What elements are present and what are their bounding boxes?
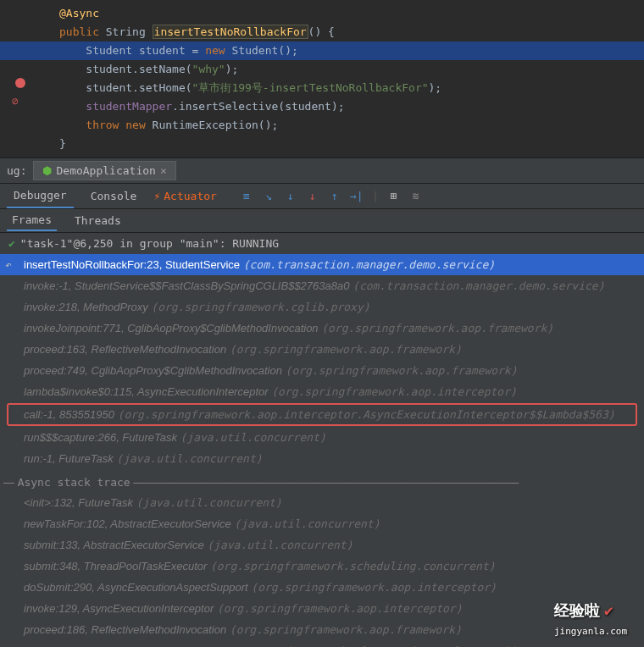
stack-frame[interactable]: invoke:129, AsyncExecutionInterceptor (o… [0,598,644,619]
stack-frame[interactable]: run:-1, FutureTask (java.util.concurrent… [0,448,644,469]
stack-frame[interactable]: submit:133, AbstractExecutorService (jav… [0,534,644,556]
check-icon: ✔ [8,237,15,250]
debug-config-bar: ug: ⬢ DemoApplication × [0,158,644,184]
stack-frame[interactable]: proceed:749, CglibAopProxy$CglibMethodIn… [0,360,644,381]
error-icon: ⊘ [12,95,19,108]
run-to-cursor-icon[interactable]: →| [350,190,364,203]
stack-frame[interactable]: invoke:-1, StudentService$$FastClassBySp… [0,275,644,296]
stack-frame[interactable]: <init>:132, FutureTask (java.util.concur… [0,492,644,513]
debug-tool-tabs: Debugger Console ⚡Actuator ≡ ↘ ↓ ↓ ↑ →| … [0,184,644,209]
evaluate-icon[interactable]: ⊞ [387,190,401,203]
tab-debugger[interactable]: Debugger [7,184,74,208]
stack-frame[interactable]: proceed:749, CglibAopProxy$CglibMethodIn… [0,640,644,647]
force-step-icon[interactable]: ↓ [306,190,319,203]
tab-frames[interactable]: Frames [7,210,57,231]
frames-list[interactable]: ↶insertTestNoRollbackFor:23, StudentServ… [0,254,644,647]
stack-frame[interactable]: doSubmit:290, AsyncExecutionAspectSuppor… [0,577,644,598]
tab-actuator[interactable]: ⚡Actuator [153,190,216,202]
actuator-icon: ⚡ [153,190,160,202]
annotation: @Async [59,7,99,19]
stack-frame[interactable]: proceed:163, ReflectiveMethodInvocation … [0,339,644,360]
stack-frame[interactable]: invokeJoinpoint:771, CglibAopProxy$Cglib… [0,318,644,339]
tab-threads[interactable]: Threads [69,211,126,230]
current-execution-line: Student student = new Student(); [0,41,644,60]
step-out-icon[interactable]: ↑ [328,190,341,203]
spring-boot-icon: ⬢ [42,164,52,177]
stack-frame[interactable]: lambda$invoke$0:115, AsyncExecutionInter… [0,381,644,402]
trace-icon[interactable]: ≋ [409,190,423,203]
run-config-tab[interactable]: ⬢ DemoApplication × [33,161,175,180]
stack-frame[interactable]: newTaskFor:102, AbstractExecutorService … [0,513,644,534]
restore-frame-icon[interactable]: ↶ [5,256,12,274]
stack-frame[interactable]: invoke:218, MethodProxy (org.springframe… [0,296,644,318]
stack-frame[interactable]: ↶insertTestNoRollbackFor:23, StudentServ… [0,254,644,275]
watermark: 经验啦 ✔ jingyanla.com [554,600,627,639]
step-into-deep-icon[interactable]: ↓ [284,190,297,203]
method-name: insertTestNoRollbackFor [153,25,308,39]
step-into-icon[interactable]: ↘ [262,190,275,203]
stack-frame[interactable]: proceed:186, ReflectiveMethodInvocation … [0,619,644,640]
stack-frame[interactable]: run$$$capture:266, FutureTask (java.util… [0,427,644,448]
async-stack-header: — Async stack trace ————————————————————… [0,473,644,492]
stack-frame[interactable]: submit:348, ThreadPoolTaskExecutor (org.… [0,556,644,577]
breakpoint-icon[interactable] [15,78,25,88]
close-icon[interactable]: × [160,164,167,177]
code-editor[interactable]: ⊘ @Async public String insertTestNoRollb… [0,0,644,158]
stack-frame-highlighted[interactable]: call:-1, 853551950 (org.springframework.… [7,403,637,426]
thread-status[interactable]: ✔ "task-1"@6,250 in group "main": RUNNIN… [0,233,644,254]
step-over-icon[interactable]: ≡ [240,190,253,203]
frames-threads-tabs: Frames Threads [0,209,644,233]
tab-console[interactable]: Console [84,185,144,207]
